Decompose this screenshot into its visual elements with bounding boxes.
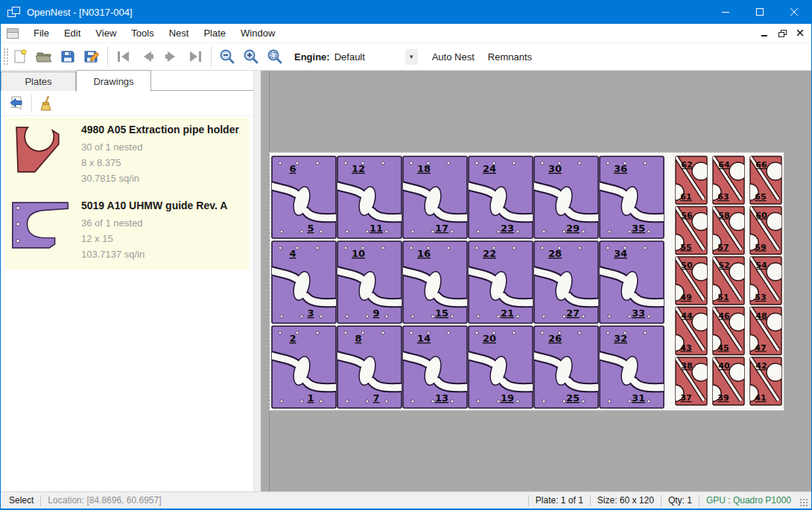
mdi-close-icon[interactable] [797,30,804,36]
auto-nest-button[interactable]: Auto Nest [425,48,481,66]
nested-part-pair[interactable]: 34 33 [595,241,668,323]
nested-part-pair[interactable]: 64 63 [704,156,748,204]
app-icon [7,7,21,19]
nested-part-pair[interactable]: 22 21 [464,241,537,323]
svg-text:9: 9 [372,307,379,319]
zoom-fit-button[interactable] [263,45,287,68]
svg-text:10: 10 [352,248,365,259]
tab-plates[interactable]: Plates [1,71,76,91]
nested-part-pair[interactable]: 8 7 [333,326,406,408]
menu-view[interactable]: View [88,25,124,42]
nested-part-pair[interactable]: 28 27 [530,241,603,323]
svg-text:43: 43 [680,343,691,353]
drawing-item-5019[interactable]: 5019 A10 UHMW guide Rev. A 36 of 1 neste… [5,194,249,270]
svg-text:34: 34 [614,248,627,259]
send-to-plate-button[interactable] [5,93,28,114]
nested-part-pair[interactable]: 18 17 [399,156,472,238]
minimize-button[interactable] [708,1,743,24]
nested-part-pair[interactable]: 14 13 [399,326,472,408]
nested-part-pair[interactable]: 38 37 [667,357,711,405]
nested-part-pair[interactable]: 40 39 [704,357,748,405]
menu-window[interactable]: Window [233,25,282,42]
drawings-toolbar [1,91,253,116]
svg-text:26: 26 [548,333,562,344]
nested-part-pair[interactable]: 6 5 [270,156,340,238]
nested-part-pair[interactable]: 44 43 [667,307,711,355]
nested-part-pair[interactable]: 32 31 [595,326,668,408]
nested-part-pair[interactable]: 26 25 [530,326,603,408]
svg-text:40: 40 [718,361,730,371]
svg-text:61: 61 [680,192,691,202]
svg-text:25: 25 [566,392,580,404]
nested-part-pair[interactable]: 12 11 [333,156,406,238]
nest-canvas[interactable]: 6 5 12 11 [261,71,811,491]
svg-text:13: 13 [435,392,448,404]
nested-part-pair[interactable]: 2 1 [270,326,340,408]
nested-part-pair[interactable]: 60 59 [741,207,784,255]
remnants-button[interactable]: Remnants [481,48,539,66]
nested-part-pair[interactable]: 58 57 [704,207,748,255]
engine-dropdown-button[interactable]: ▼ [405,49,418,65]
nested-part-pair[interactable]: 10 9 [333,241,406,323]
nested-part-pair[interactable]: 50 49 [667,257,711,305]
drawing-thumbnail-purple-part [10,201,72,250]
nested-part-pair[interactable]: 16 15 [399,241,472,323]
nested-part-pair[interactable]: 20 19 [464,326,537,408]
svg-text:55: 55 [680,243,691,252]
clean-button[interactable] [36,93,58,114]
menu-nest[interactable]: Nest [162,25,197,42]
nested-part-pair[interactable]: 54 53 [741,257,784,305]
zoom-in-button[interactable] [239,45,263,68]
nested-part-pair[interactable]: 4 3 [270,241,340,323]
last-plate-button[interactable] [183,45,207,68]
panel-separator [31,95,32,112]
nested-part-pair[interactable]: 62 61 [667,156,711,204]
toolbar-separator [107,46,108,67]
toolbar-grip[interactable] [2,47,8,66]
nested-part-pair[interactable]: 42 41 [741,357,784,405]
mdi-restore-icon[interactable] [778,30,787,37]
maximize-icon [756,8,764,16]
nested-part-pair[interactable]: 56 55 [667,207,711,255]
menu-bar: File Edit View Tools Nest Plate Window [1,24,811,42]
tab-drawings[interactable]: Drawings [76,70,151,92]
panel-splitter[interactable] [254,71,261,491]
resize-grip[interactable] [799,498,808,507]
mdi-document-icon[interactable] [7,28,19,39]
save-as-button[interactable] [80,45,104,68]
nested-part-pair[interactable]: 30 29 [530,156,603,238]
save-button[interactable] [56,45,80,68]
zoom-out-button[interactable] [215,45,239,68]
svg-text:42: 42 [755,361,767,371]
nested-part-pair[interactable]: 66 65 [741,156,784,204]
nest-layout-svg[interactable]: 6 5 12 11 [270,153,784,410]
menu-plate[interactable]: Plate [196,25,233,42]
nested-part-pair[interactable]: 46 45 [704,307,748,355]
maximize-button[interactable] [743,1,777,24]
svg-text:51: 51 [717,293,729,302]
svg-text:4: 4 [289,248,296,259]
next-plate-button[interactable] [159,45,183,68]
new-button[interactable] [8,45,32,68]
menu-file[interactable]: File [26,25,57,42]
status-location: Location: [84.8696, 60.6957] [41,495,168,506]
previous-plate-button[interactable] [136,45,159,68]
menu-edit[interactable]: Edit [57,25,88,42]
nested-part-pair[interactable]: 48 47 [741,307,784,355]
svg-text:11: 11 [369,223,383,234]
open-button[interactable] [32,45,56,68]
nested-part-pair[interactable]: 24 23 [464,156,537,238]
first-plate-button[interactable] [112,45,136,68]
engine-select-value[interactable]: Default [334,51,405,63]
svg-text:8: 8 [355,333,361,344]
svg-text:28: 28 [548,248,562,259]
mdi-minimize-icon[interactable] [761,30,768,36]
nested-part-pair[interactable]: 52 51 [704,257,748,305]
nested-part-pair[interactable]: 36 35 [595,156,668,238]
main-toolbar: Engine: Default ▼ Auto Nest Remnants [1,42,811,71]
next-arrow-icon [164,50,179,63]
close-button[interactable] [777,1,811,24]
drawing-item-4980[interactable]: 4980 A05 Extraction pipe holder 30 of 1 … [5,118,249,194]
plate[interactable]: 6 5 12 11 [270,153,784,410]
menu-tools[interactable]: Tools [124,25,161,42]
